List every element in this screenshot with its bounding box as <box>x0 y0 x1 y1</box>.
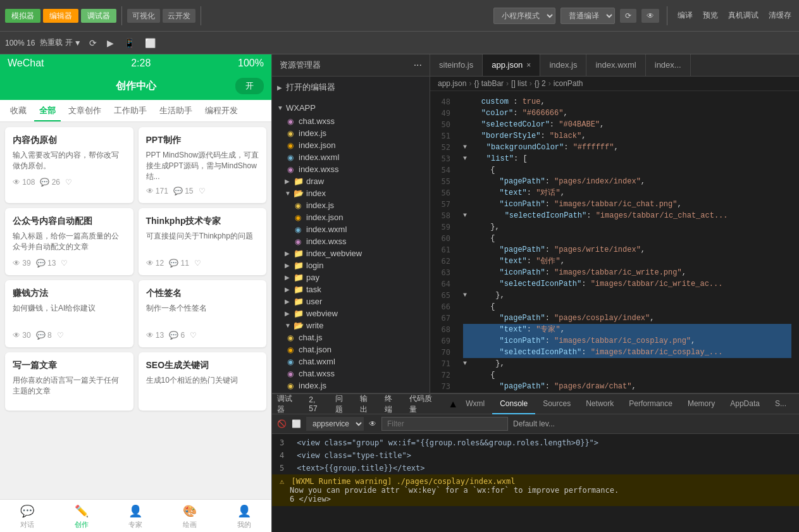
devtools-tab-console[interactable]: Console <box>492 394 535 414</box>
folder-task[interactable]: ▶ 📁 task <box>272 283 430 295</box>
folder-index-webview[interactable]: ▶ 📁 index_webview <box>272 247 430 259</box>
nav-tab-all[interactable]: 全部 <box>34 100 61 121</box>
file-chat-json[interactable]: ◉ chat.json <box>272 343 430 356</box>
code-line-72: { <box>463 369 791 381</box>
bottom-nav-chat[interactable]: 💬 对话 <box>12 504 42 529</box>
bottom-nav-expert[interactable]: 👤 专家 <box>120 504 151 529</box>
file-chat-js[interactable]: ◉ chat.js <box>272 331 430 343</box>
nav-tab-life[interactable]: 生活助手 <box>154 100 197 121</box>
preview-eye-btn[interactable]: 👁 <box>641 9 659 23</box>
card-write-article[interactable]: 写一篇文章 用你喜欢的语言写一篇关于任何主题的文章 <box>5 352 133 411</box>
cloud-btn[interactable]: 云开发 <box>163 9 195 23</box>
play-icon-btn[interactable]: ▶ <box>104 37 116 49</box>
like-stat: ♡ <box>199 187 206 195</box>
card-signature[interactable]: 个性签名 制作一条个性签名 👁 13 💬 6 ♡ <box>139 280 267 347</box>
devtools-tab-performance[interactable]: Performance <box>621 394 680 414</box>
code-line-53: ▼ "list": [ <box>463 153 791 164</box>
file-chat-wxss[interactable]: ◉ chat.wxss <box>272 115 430 127</box>
file-chat-wxml[interactable]: ◉ chat.wxml <box>272 356 430 368</box>
warning-icon: ⚠ <box>280 477 284 486</box>
folder-index[interactable]: ▼ 📂 index <box>272 187 430 199</box>
file-index-json[interactable]: ◉ index.json <box>272 139 430 151</box>
tab-label: index.wxml <box>595 60 636 70</box>
card-title: 赚钱方法 <box>13 288 126 299</box>
open-editors-label: 打开的编辑器 <box>286 82 335 93</box>
debugger-btn[interactable]: 调试器 <box>81 9 116 23</box>
wxapp-header[interactable]: ▼ WXAPP <box>272 101 430 115</box>
file-index-js-2[interactable]: ◉ index.js <box>272 199 430 211</box>
card-ppt[interactable]: PPT制作 PPT MindShow源代码生成，可直接生成PPT源码，需与Min… <box>139 127 267 203</box>
folder-pay[interactable]: ▶ 📁 pay <box>272 271 430 283</box>
open-editors-section: ▶ 打开的编辑器 <box>272 77 430 98</box>
bottom-nav-draw[interactable]: 🎨 绘画 <box>175 504 205 529</box>
devtools-filter-input[interactable] <box>381 417 508 431</box>
compile-icon-btn[interactable]: ⟳ <box>87 37 99 49</box>
card-desc: 可直接提问关于Thinkphp的问题 <box>146 231 259 254</box>
mode-select[interactable]: 小程序模式 <box>493 8 555 24</box>
editor-btn[interactable]: 编辑器 <box>43 9 78 23</box>
file-chat-wxss-2[interactable]: ◉ chat.wxss <box>272 368 430 380</box>
nav-tab-article[interactable]: 文章创作 <box>63 100 106 121</box>
explorer-more-btn[interactable]: ··· <box>414 59 422 71</box>
tab-index-js[interactable]: index.js <box>540 54 586 76</box>
card-seo[interactable]: SEO生成关键词 生成10个相近的热门关键词 <box>139 352 267 411</box>
phone-icon-btn[interactable]: 📱 <box>121 37 137 49</box>
card-fake-original[interactable]: 内容伪原创 输入需要改写的内容，帮你改写做伪原创。 👁 108 💬 26 ♡ <box>5 127 133 203</box>
nav-tab-collect[interactable]: 收藏 <box>5 100 32 121</box>
file-name: chat.wxml <box>299 357 335 366</box>
folder-webview[interactable]: ▶ 📁 webview <box>272 307 430 319</box>
devtools-expand-btn[interactable]: ▲ <box>448 399 458 410</box>
devtools-tab-memory[interactable]: Memory <box>680 394 722 414</box>
folder-login[interactable]: ▶ 📁 login <box>272 259 430 271</box>
file-index-json-2[interactable]: ◉ index.json <box>272 211 430 223</box>
file-write-index-js[interactable]: ◉ index.js <box>272 380 430 392</box>
file-index-wxss-2[interactable]: ◉ index.wxss <box>272 235 430 247</box>
tab-index-wxml[interactable]: index.wxml <box>586 54 645 76</box>
real-label: 真机调试 <box>726 10 761 21</box>
devtools-eye-btn[interactable]: 👁 <box>369 419 376 428</box>
refresh-btn[interactable]: ⟳ <box>620 9 636 23</box>
comments-stat: 💬 15 <box>173 187 194 195</box>
visual-btn[interactable]: 可视化 <box>127 9 160 23</box>
tab-index-dot[interactable]: index... <box>646 54 691 76</box>
open-editors-header[interactable]: ▶ 打开的编辑器 <box>272 79 430 96</box>
window-icon-btn[interactable]: ⬜ <box>142 37 158 49</box>
folder-user[interactable]: ▶ 📁 user <box>272 295 430 307</box>
card-wechat-img[interactable]: 公众号内容自动配图 输入标题，给你一篇高质量的公众号并自动配文的文章 👁 39 … <box>5 208 133 275</box>
file-index-wxml-2[interactable]: ◉ index.wxml <box>272 223 430 235</box>
devtools-toggle-btn[interactable]: ⬜ <box>292 419 301 428</box>
card-title: 公众号内容自动配图 <box>13 216 126 227</box>
folder-draw[interactable]: ▶ 📁 draw <box>272 175 430 187</box>
devtools-tab-appdata[interactable]: AppData <box>722 394 767 414</box>
bottom-nav-create[interactable]: ✏️ 创作 <box>66 504 97 529</box>
bottom-nav-mine[interactable]: 👤 我的 <box>229 504 259 529</box>
nav-tab-dev[interactable]: 编程开发 <box>200 100 243 121</box>
devtools-tab-wxml[interactable]: Wxml <box>458 394 492 414</box>
code-line-48: custom : true, <box>463 96 791 108</box>
wechat-toggle-btn[interactable]: 开 <box>235 78 264 94</box>
devtools-tab-sources[interactable]: Sources <box>535 394 578 414</box>
devtools-service-dropdown[interactable]: appservice <box>306 417 364 431</box>
file-index-wxss[interactable]: ◉ index.wxss <box>272 163 430 175</box>
simulator-panel: WeChat 2:28 100% 创作中心 开 收藏 全部 文章创作 工作助手 … <box>0 54 272 532</box>
line-num: 4 <box>280 450 292 461</box>
tab-close-btn[interactable]: × <box>526 61 531 70</box>
tab-app-json[interactable]: app.json × <box>483 54 540 76</box>
card-money[interactable]: 赚钱方法 如何赚钱，让AI给你建议 👁 30 💬 8 ♡ <box>5 280 133 347</box>
simulator-btn[interactable]: 模拟器 <box>5 9 40 23</box>
devtools-clear-btn[interactable]: 🚫 <box>277 419 287 428</box>
hot-reload-btn[interactable]: 热重载 开 ▼ <box>40 37 81 48</box>
card-thinkphp[interactable]: Thinkphp技术专家 可直接提问关于Thinkphp的问题 👁 12 💬 1… <box>139 208 267 275</box>
code-editor[interactable]: custom : true, "color": "#666666", "sele… <box>455 91 799 393</box>
devtools-tab-s[interactable]: S... <box>767 394 794 414</box>
folder-write[interactable]: ▼ 📂 write <box>272 319 430 331</box>
console-warning: ⚠ [WXML Runtime warning] ./pages/cosplay… <box>272 474 799 506</box>
devtools-tab-network[interactable]: Network <box>578 394 621 414</box>
nav-tab-work[interactable]: 工作助手 <box>109 100 152 121</box>
file-index-wxml[interactable]: ◉ index.wxml <box>272 151 430 163</box>
compile-select[interactable]: 普通编译 <box>561 8 615 24</box>
like-stat: ♡ <box>190 331 197 340</box>
file-name: index.wxml <box>299 152 339 162</box>
tab-siteinfo[interactable]: siteinfo.js <box>430 54 483 76</box>
file-index-js[interactable]: ◉ index.js <box>272 127 430 139</box>
